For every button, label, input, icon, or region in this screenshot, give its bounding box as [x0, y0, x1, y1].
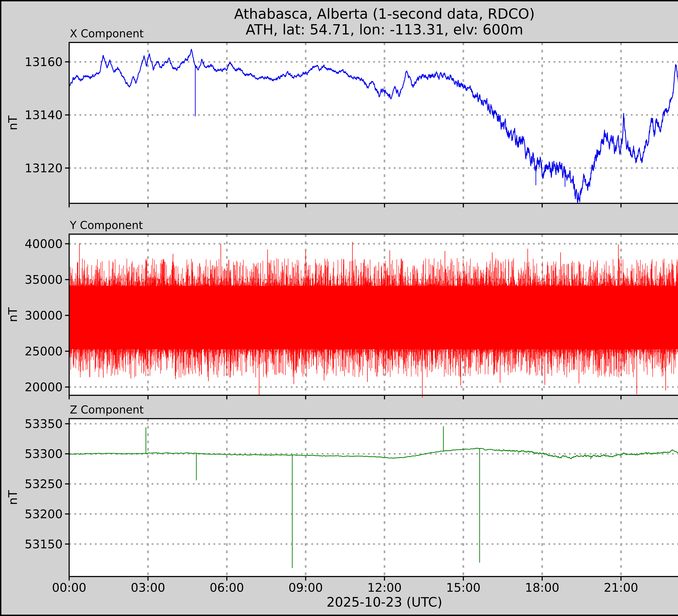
y-tick-label: 53200 — [25, 507, 63, 521]
subplot-x-component: X Component nT 131601314013120 — [6, 27, 678, 208]
y-tick-label: 13140 — [25, 108, 63, 122]
x-tick-label: 12:00 — [367, 581, 402, 594]
axes-area-x: 131601314013120 — [25, 42, 678, 208]
figure-title: Athabasca, Alberta (1-second data, RDCO) — [234, 6, 535, 22]
x-axis-label: 2025-10-23 (UTC) — [327, 594, 442, 610]
magnetogram-figure: Athabasca, Alberta (1-second data, RDCO)… — [0, 0, 678, 616]
subplot-z-component: Z Component nT 5335053300532505320053150 — [6, 403, 678, 581]
magnetogram-chart: Athabasca, Alberta (1-second data, RDCO)… — [1, 1, 678, 616]
subplot-title-z: Z Component — [70, 403, 144, 416]
subplot-title-y: Y Component — [70, 219, 143, 231]
x-tick-label: 00:00 — [52, 581, 86, 594]
y-tick-label: 53300 — [25, 447, 63, 461]
y-axis-label-y: nT — [6, 307, 20, 322]
y-tick-label: 35000 — [25, 273, 63, 287]
y-tick-label: 20000 — [25, 380, 63, 394]
figure-subtitle: ATH, lat: 54.71, lon: -113.31, elv: 600m — [246, 21, 523, 38]
y-tick-label: 30000 — [25, 309, 63, 322]
axes-area-z: 5335053300532505320053150 — [25, 417, 678, 581]
y-tick-label: 53150 — [25, 537, 63, 551]
plot-background — [69, 419, 678, 577]
x-tick-label: 06:00 — [210, 581, 244, 594]
x-axis-tick-labels: 00:0003:0006:0009:0012:0015:0018:0021:00 — [52, 581, 638, 594]
subplot-y-component: Y Component nT 4000035000300002500020000 — [6, 219, 678, 399]
x-tick-label: 03:00 — [131, 581, 165, 594]
y-tick-label: 53250 — [25, 477, 63, 491]
y-axis-label-z: nT — [6, 490, 20, 505]
y-tick-label: 40000 — [25, 237, 63, 251]
x-tick-label: 21:00 — [604, 581, 638, 594]
axes-area-y: 4000035000300002500020000 — [25, 234, 678, 399]
y-tick-label: 13120 — [25, 161, 63, 175]
y-tick-label: 53350 — [25, 417, 63, 431]
y-tick-label: 25000 — [25, 344, 63, 358]
x-tick-label: 18:00 — [525, 581, 559, 594]
x-tick-label: 15:00 — [446, 581, 481, 594]
y-tick-label: 13160 — [25, 55, 63, 69]
x-tick-label: 09:00 — [289, 581, 323, 594]
subplot-title-x: X Component — [70, 27, 144, 40]
y-axis-label-x: nT — [6, 115, 20, 130]
